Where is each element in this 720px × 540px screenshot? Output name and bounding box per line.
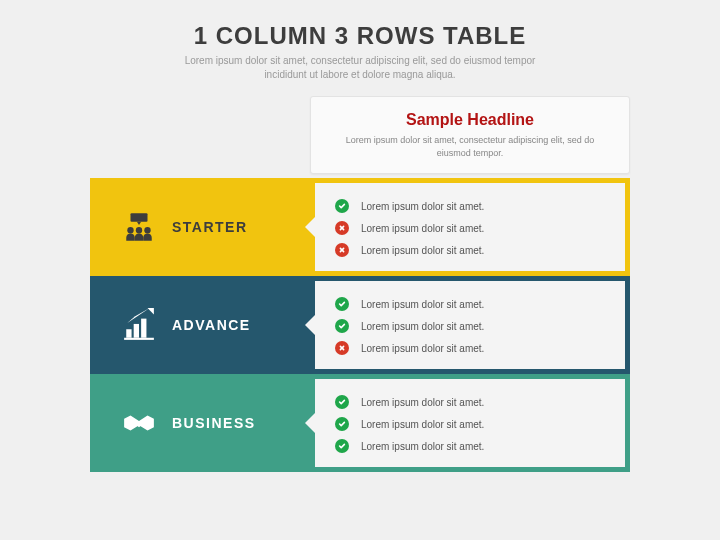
cross-icon bbox=[335, 243, 349, 257]
tier-row-advance: ADVANCE Lorem ipsum dolor sit amet. Lore… bbox=[90, 276, 630, 374]
svg-rect-10 bbox=[134, 324, 139, 338]
svg-rect-0 bbox=[131, 213, 148, 222]
svg-point-3 bbox=[136, 227, 142, 233]
tier-name: STARTER bbox=[172, 219, 248, 235]
tier-features-panel: Lorem ipsum dolor sit amet. Lorem ipsum … bbox=[315, 281, 625, 369]
feature-item: Lorem ipsum dolor sit amet. bbox=[335, 243, 607, 257]
slide-subtitle: Lorem ipsum dolor sit amet, consectetur … bbox=[180, 54, 540, 82]
feature-text: Lorem ipsum dolor sit amet. bbox=[361, 299, 484, 310]
tier-label-area: STARTER bbox=[90, 178, 310, 276]
feature-item: Lorem ipsum dolor sit amet. bbox=[335, 199, 607, 213]
slide: 1 COLUMN 3 ROWS TABLE Lorem ipsum dolor … bbox=[0, 0, 720, 540]
tier-row-starter: STARTER Lorem ipsum dolor sit amet. Lore… bbox=[90, 178, 630, 276]
feature-text: Lorem ipsum dolor sit amet. bbox=[361, 419, 484, 430]
feature-item: Lorem ipsum dolor sit amet. bbox=[335, 417, 607, 431]
feature-item: Lorem ipsum dolor sit amet. bbox=[335, 319, 607, 333]
feature-text: Lorem ipsum dolor sit amet. bbox=[361, 201, 484, 212]
tier-label-area: BUSINESS bbox=[90, 374, 310, 472]
svg-marker-1 bbox=[137, 222, 141, 225]
svg-rect-9 bbox=[126, 329, 131, 338]
slide-title: 1 COLUMN 3 ROWS TABLE bbox=[0, 22, 720, 50]
feature-text: Lorem ipsum dolor sit amet. bbox=[361, 245, 484, 256]
tier-name: BUSINESS bbox=[172, 415, 256, 431]
tier-features-panel: Lorem ipsum dolor sit amet. Lorem ipsum … bbox=[315, 379, 625, 467]
svg-point-4 bbox=[144, 227, 150, 233]
cross-icon bbox=[335, 221, 349, 235]
check-icon bbox=[335, 199, 349, 213]
feature-text: Lorem ipsum dolor sit amet. bbox=[361, 223, 484, 234]
handshake-icon bbox=[122, 406, 156, 440]
check-icon bbox=[335, 297, 349, 311]
chart-growth-icon bbox=[122, 308, 156, 342]
feature-text: Lorem ipsum dolor sit amet. bbox=[361, 321, 484, 332]
feature-item: Lorem ipsum dolor sit amet. bbox=[335, 221, 607, 235]
feature-item: Lorem ipsum dolor sit amet. bbox=[335, 341, 607, 355]
feature-item: Lorem ipsum dolor sit amet. bbox=[335, 297, 607, 311]
feature-text: Lorem ipsum dolor sit amet. bbox=[361, 397, 484, 408]
feature-text: Lorem ipsum dolor sit amet. bbox=[361, 343, 484, 354]
tier-name: ADVANCE bbox=[172, 317, 251, 333]
tier-label-area: ADVANCE bbox=[90, 276, 310, 374]
tier-rows: STARTER Lorem ipsum dolor sit amet. Lore… bbox=[90, 178, 630, 472]
check-icon bbox=[335, 395, 349, 409]
feature-item: Lorem ipsum dolor sit amet. bbox=[335, 439, 607, 453]
chat-crowd-icon bbox=[122, 210, 156, 244]
feature-text: Lorem ipsum dolor sit amet. bbox=[361, 441, 484, 452]
svg-rect-13 bbox=[124, 338, 154, 340]
cross-icon bbox=[335, 341, 349, 355]
svg-marker-12 bbox=[148, 308, 154, 314]
column-headline: Sample Headline bbox=[329, 111, 611, 129]
feature-item: Lorem ipsum dolor sit amet. bbox=[335, 395, 607, 409]
tier-features-panel: Lorem ipsum dolor sit amet. Lorem ipsum … bbox=[315, 183, 625, 271]
tier-row-business: BUSINESS Lorem ipsum dolor sit amet. Lor… bbox=[90, 374, 630, 472]
svg-rect-11 bbox=[141, 319, 146, 338]
column-header-card: Sample Headline Lorem ipsum dolor sit am… bbox=[310, 96, 630, 174]
check-icon bbox=[335, 319, 349, 333]
check-icon bbox=[335, 439, 349, 453]
svg-point-2 bbox=[127, 227, 133, 233]
check-icon bbox=[335, 417, 349, 431]
column-header-text: Lorem ipsum dolor sit amet, consectetur … bbox=[329, 134, 611, 159]
